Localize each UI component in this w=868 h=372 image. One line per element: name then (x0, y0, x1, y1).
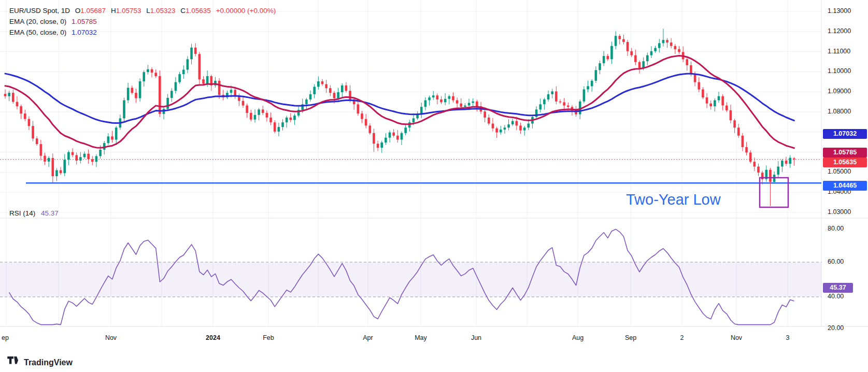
symbol-legend-row[interactable]: EUR/USD Spot, 1D O1.05687 H1.05753 L1.05… (9, 5, 279, 16)
chart-legend: EUR/USD Spot, 1D O1.05687 H1.05753 L1.05… (9, 5, 279, 38)
rsi-axis-label: 60.00 (828, 258, 844, 265)
rsi-axis-label: 40.00 (828, 293, 844, 300)
time-axis-label: Jun (471, 334, 481, 341)
price-axis-label: 1.03000 (828, 208, 851, 216)
high-label: H (111, 7, 116, 15)
open-value: 1.05687 (80, 7, 106, 15)
rsi-label: RSI (14) (9, 209, 35, 217)
change-value: +0.00000 (+0.00%) (216, 7, 276, 15)
time-axis-label: Nov (731, 334, 742, 341)
high-value: 1.05753 (116, 7, 141, 15)
time-axis-label: May (415, 334, 427, 341)
ema50-legend-row[interactable]: EMA (50, close, 0) 1.07032 (9, 27, 279, 38)
tradingview-brand-text: TradingView (24, 358, 73, 367)
low-value: 1.05323 (150, 7, 176, 15)
price-axis-label: 1.05000 (828, 168, 851, 175)
two-year-low-annotation[interactable]: Two-Year Low (626, 191, 721, 208)
close-value: 1.05635 (186, 7, 211, 15)
chart-canvas[interactable] (0, 0, 868, 372)
symbol-title: EUR/USD Spot, 1D (9, 7, 70, 15)
time-axis-label: Sep (625, 334, 636, 341)
support-badge: 1.04465 (823, 181, 867, 191)
time-axis-label: 2024 (206, 334, 220, 341)
time-axis-label: 2 (680, 334, 684, 341)
time-axis-label: Apr (363, 334, 373, 341)
price-axis-label: 1.12000 (828, 27, 851, 35)
tradingview-chart-window: EUR/USD Spot, 1D O1.05687 H1.05753 L1.05… (0, 0, 868, 372)
time-axis-label: Feb (263, 334, 274, 341)
price-axis-label: 1.09000 (828, 88, 851, 95)
ema20-label: EMA (20, close, 0) (9, 18, 66, 25)
close-label: C (180, 7, 186, 15)
rsi-axis-label: 80.00 (828, 225, 844, 232)
price-axis-label: 1.13000 (828, 7, 851, 15)
time-axis-label: ep (2, 334, 9, 341)
time-axis-label: 3 (786, 334, 790, 341)
rsi-legend-row[interactable]: RSI (14) 45.37 (9, 209, 59, 217)
time-axis-label: Aug (572, 334, 584, 341)
rsi-axis-label: 20.00 (828, 324, 844, 332)
last-price-badge: 1.05635 (823, 158, 867, 167)
rsi-badge: 45.37 (823, 283, 853, 293)
price-axis-label: 1.10000 (828, 67, 851, 75)
low-label: L (146, 7, 150, 15)
ema50-value: 1.07032 (72, 28, 97, 36)
open-label: O (75, 7, 81, 15)
price-axis-label: 1.11000 (828, 48, 850, 55)
rsi-band (0, 262, 821, 297)
tradingview-logo-icon (7, 356, 20, 368)
ema20-value: 1.05785 (72, 18, 97, 25)
rsi-value: 45.37 (41, 209, 59, 217)
time-axis-label: Nov (105, 334, 117, 341)
ema50-badge: 1.07032 (823, 129, 867, 139)
tradingview-attribution[interactable]: TradingView (7, 356, 73, 368)
ema50-label: EMA (50, close, 0) (9, 28, 66, 36)
ema20-badge: 1.05785 (823, 148, 867, 158)
price-axis-label: 1.08000 (828, 108, 851, 115)
ema20-legend-row[interactable]: EMA (20, close, 0) 1.05785 (9, 16, 279, 27)
